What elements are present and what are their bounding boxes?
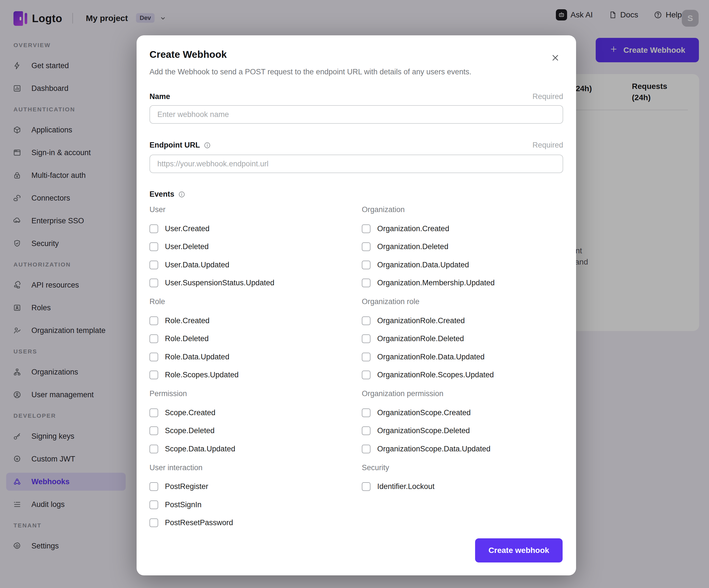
checkbox-unchecked[interactable]	[150, 353, 158, 361]
checkbox-unchecked[interactable]	[150, 427, 158, 435]
checkbox-unchecked[interactable]	[150, 501, 158, 509]
event-option-organization-created[interactable]: Organization.Created	[362, 220, 564, 238]
event-group-label: Organization permission	[362, 389, 564, 398]
checkbox-unchecked[interactable]	[150, 261, 158, 269]
checkbox-unchecked[interactable]	[150, 279, 158, 287]
event-option-scope-data-updated[interactable]: Scope.Data.Updated	[150, 440, 351, 458]
event-option-label: Scope.Deleted	[165, 427, 214, 435]
checkbox-unchecked[interactable]	[150, 316, 158, 325]
event-option-postresetpassword[interactable]: PostResetPassword	[150, 514, 351, 532]
checkbox-unchecked[interactable]	[150, 482, 158, 491]
event-option-label: OrganizationRole.Created	[377, 316, 465, 325]
create-webhook-submit-button[interactable]: Create webhook	[475, 538, 562, 562]
event-option-organization-data-updated[interactable]: Organization.Data.Updated	[362, 256, 564, 274]
event-group-label: Role	[150, 297, 351, 306]
event-option-label: Role.Deleted	[165, 334, 209, 343]
event-option-role-created[interactable]: Role.Created	[150, 312, 351, 330]
event-option-label: User.SuspensionStatus.Updated	[165, 279, 274, 287]
required-tag: Required	[532, 141, 563, 150]
event-group-label: User interaction	[150, 463, 351, 472]
checkbox-unchecked[interactable]	[362, 370, 370, 379]
event-option-label: OrganizationRole.Deleted	[377, 334, 464, 343]
event-option-organization-deleted[interactable]: Organization.Deleted	[362, 238, 564, 256]
event-option-identifier-lockout[interactable]: Identifier.Lockout	[362, 478, 564, 496]
checkbox-unchecked[interactable]	[150, 225, 158, 233]
event-option-organizationrole-data-updated[interactable]: OrganizationRole.Data.Updated	[362, 348, 564, 366]
event-option-organizationscope-deleted[interactable]: OrganizationScope.Deleted	[362, 422, 564, 440]
checkbox-unchecked[interactable]	[362, 316, 370, 325]
event-option-label: Organization.Deleted	[377, 242, 448, 251]
endpoint-url-input[interactable]	[150, 155, 563, 173]
checkbox-unchecked[interactable]	[362, 353, 370, 361]
event-option-organizationscope-data-updated[interactable]: OrganizationScope.Data.Updated	[362, 440, 564, 458]
event-option-role-scopes-updated[interactable]: Role.Scopes.Updated	[150, 366, 351, 384]
event-option-label: Identifier.Lockout	[377, 482, 435, 491]
modal-title: Create Webhook	[150, 49, 227, 60]
event-group: User interactionPostRegisterPostSignInPo…	[150, 463, 351, 532]
event-option-scope-created[interactable]: Scope.Created	[150, 404, 351, 422]
checkbox-unchecked[interactable]	[362, 408, 370, 417]
modal-description: Add the Webhook to send a POST request t…	[150, 68, 471, 76]
event-option-label: Role.Created	[165, 316, 210, 325]
info-icon[interactable]	[204, 142, 211, 149]
checkbox-unchecked[interactable]	[362, 445, 370, 453]
event-option-label: User.Deleted	[165, 242, 209, 251]
event-option-organization-membership-updated[interactable]: Organization.Membership.Updated	[362, 274, 564, 292]
event-group: SecurityIdentifier.Lockout	[362, 463, 564, 496]
event-option-scope-deleted[interactable]: Scope.Deleted	[150, 422, 351, 440]
event-group-label: Organization role	[362, 297, 564, 306]
checkbox-unchecked[interactable]	[362, 427, 370, 435]
event-option-user-created[interactable]: User.Created	[150, 220, 351, 238]
event-option-organizationrole-created[interactable]: OrganizationRole.Created	[362, 312, 564, 330]
event-option-label: PostResetPassword	[165, 518, 233, 527]
checkbox-unchecked[interactable]	[150, 408, 158, 417]
event-group: PermissionScope.CreatedScope.DeletedScop…	[150, 389, 351, 458]
event-group: OrganizationOrganization.CreatedOrganiza…	[362, 205, 564, 292]
event-option-label: OrganizationScope.Deleted	[377, 427, 470, 435]
close-icon[interactable]	[549, 52, 561, 64]
event-option-label: OrganizationRole.Scopes.Updated	[377, 370, 494, 379]
create-webhook-modal: Create Webhook Add the Webhook to send a…	[137, 35, 576, 576]
required-tag: Required	[532, 92, 563, 101]
event-option-label: Organization.Data.Updated	[377, 261, 469, 269]
checkbox-unchecked[interactable]	[362, 279, 370, 287]
event-group: RoleRole.CreatedRole.DeletedRole.Data.Up…	[150, 297, 351, 384]
event-option-organizationscope-created[interactable]: OrganizationScope.Created	[362, 404, 564, 422]
event-option-organizationrole-scopes-updated[interactable]: OrganizationRole.Scopes.Updated	[362, 366, 564, 384]
checkbox-unchecked[interactable]	[362, 482, 370, 491]
events-label: Events	[150, 190, 175, 199]
event-option-label: Scope.Created	[165, 408, 215, 417]
event-option-role-deleted[interactable]: Role.Deleted	[150, 330, 351, 348]
event-option-label: Role.Scopes.Updated	[165, 370, 239, 379]
event-option-label: Organization.Created	[377, 225, 449, 233]
info-icon[interactable]	[178, 191, 185, 198]
checkbox-unchecked[interactable]	[362, 225, 370, 233]
event-option-postsignin[interactable]: PostSignIn	[150, 496, 351, 514]
event-option-organizationrole-deleted[interactable]: OrganizationRole.Deleted	[362, 330, 564, 348]
event-option-label: OrganizationScope.Data.Updated	[377, 445, 491, 453]
checkbox-unchecked[interactable]	[362, 242, 370, 251]
event-group-label: Organization	[362, 205, 564, 214]
event-option-user-suspensionstatus-updated[interactable]: User.SuspensionStatus.Updated	[150, 274, 351, 292]
checkbox-unchecked[interactable]	[150, 518, 158, 527]
checkbox-unchecked[interactable]	[362, 334, 370, 343]
event-option-label: OrganizationScope.Created	[377, 408, 471, 417]
event-group: Organization roleOrganizationRole.Create…	[362, 297, 564, 384]
event-option-label: PostRegister	[165, 482, 208, 491]
checkbox-unchecked[interactable]	[362, 261, 370, 269]
event-group-label: Permission	[150, 389, 351, 398]
event-option-label: Organization.Membership.Updated	[377, 279, 495, 287]
logto-console: Logto My project Dev Ask AIDocsHelp S OV…	[0, 0, 709, 588]
webhook-name-input[interactable]	[150, 105, 563, 124]
checkbox-unchecked[interactable]	[150, 370, 158, 379]
event-option-label: PostSignIn	[165, 501, 202, 509]
event-option-role-data-updated[interactable]: Role.Data.Updated	[150, 348, 351, 366]
checkbox-unchecked[interactable]	[150, 242, 158, 251]
event-option-label: OrganizationRole.Data.Updated	[377, 353, 484, 361]
checkbox-unchecked[interactable]	[150, 334, 158, 343]
event-group-label: User	[150, 205, 351, 214]
checkbox-unchecked[interactable]	[150, 445, 158, 453]
event-option-user-deleted[interactable]: User.Deleted	[150, 238, 351, 256]
event-option-postregister[interactable]: PostRegister	[150, 478, 351, 496]
event-option-user-data-updated[interactable]: User.Data.Updated	[150, 256, 351, 274]
